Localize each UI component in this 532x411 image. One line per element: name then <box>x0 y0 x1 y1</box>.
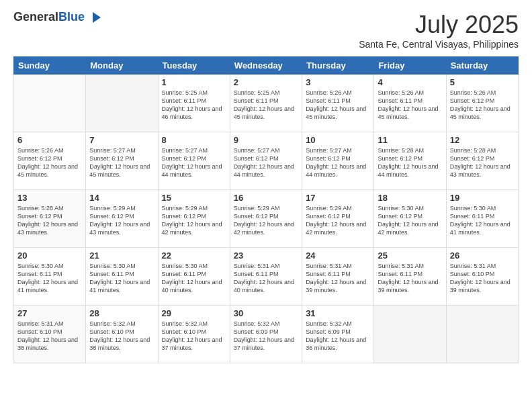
day-number: 4 <box>378 77 442 87</box>
day-cell-6: 6Sunrise: 5:26 AM Sunset: 6:12 PM Daylig… <box>14 132 86 190</box>
day-cell-4: 4Sunrise: 5:26 AM Sunset: 6:11 PM Daylig… <box>374 75 446 132</box>
day-number: 20 <box>17 250 82 261</box>
day-header-thursday: Thursday <box>302 57 374 75</box>
day-number: 14 <box>89 193 154 203</box>
day-cell-2: 2Sunrise: 5:25 AM Sunset: 6:11 PM Daylig… <box>230 75 302 132</box>
day-info: Sunrise: 5:28 AM Sunset: 6:12 PM Dayligh… <box>17 204 82 237</box>
day-info: Sunrise: 5:31 AM Sunset: 6:11 PM Dayligh… <box>234 262 298 295</box>
day-cell-11: 11Sunrise: 5:28 AM Sunset: 6:12 PM Dayli… <box>374 132 446 190</box>
day-number: 24 <box>306 250 370 261</box>
day-number: 26 <box>450 250 515 261</box>
day-header-tuesday: Tuesday <box>158 57 230 75</box>
day-info: Sunrise: 5:32 AM Sunset: 6:09 PM Dayligh… <box>306 320 370 353</box>
day-info: Sunrise: 5:29 AM Sunset: 6:12 PM Dayligh… <box>234 204 298 237</box>
day-number: 10 <box>306 135 370 145</box>
empty-cell <box>14 75 86 132</box>
day-cell-27: 27Sunrise: 5:31 AM Sunset: 6:10 PM Dayli… <box>14 306 86 363</box>
day-number: 23 <box>234 250 298 261</box>
day-info: Sunrise: 5:28 AM Sunset: 6:12 PM Dayligh… <box>450 146 515 179</box>
day-cell-20: 20Sunrise: 5:30 AM Sunset: 6:11 PM Dayli… <box>14 248 86 306</box>
day-number: 27 <box>17 308 82 318</box>
location: Santa Fe, Central Visayas, Philippines <box>359 39 519 50</box>
day-info: Sunrise: 5:29 AM Sunset: 6:12 PM Dayligh… <box>89 204 154 237</box>
day-info: Sunrise: 5:26 AM Sunset: 6:12 PM Dayligh… <box>17 146 82 179</box>
day-info: Sunrise: 5:32 AM Sunset: 6:10 PM Dayligh… <box>89 320 154 353</box>
day-number: 22 <box>162 250 226 261</box>
title-section: July 2025 Santa Fe, Central Visayas, Phi… <box>359 11 519 50</box>
day-number: 7 <box>89 135 154 145</box>
empty-cell <box>86 75 158 132</box>
day-number: 18 <box>378 193 442 203</box>
day-info: Sunrise: 5:31 AM Sunset: 6:11 PM Dayligh… <box>378 262 442 295</box>
day-cell-10: 10Sunrise: 5:27 AM Sunset: 6:12 PM Dayli… <box>302 132 374 190</box>
day-cell-3: 3Sunrise: 5:26 AM Sunset: 6:11 PM Daylig… <box>302 75 374 132</box>
day-info: Sunrise: 5:30 AM Sunset: 6:11 PM Dayligh… <box>17 262 82 295</box>
week-row-3: 13Sunrise: 5:28 AM Sunset: 6:12 PM Dayli… <box>14 190 519 248</box>
day-info: Sunrise: 5:29 AM Sunset: 6:12 PM Dayligh… <box>162 204 226 237</box>
day-cell-23: 23Sunrise: 5:31 AM Sunset: 6:11 PM Dayli… <box>230 248 302 306</box>
day-cell-5: 5Sunrise: 5:26 AM Sunset: 6:12 PM Daylig… <box>446 75 518 132</box>
day-number: 13 <box>17 193 82 203</box>
day-info: Sunrise: 5:27 AM Sunset: 6:12 PM Dayligh… <box>162 146 226 179</box>
logo-triangle-icon <box>87 11 101 24</box>
day-number: 3 <box>306 77 370 87</box>
day-number: 5 <box>450 77 515 87</box>
day-number: 11 <box>378 135 442 145</box>
day-cell-24: 24Sunrise: 5:31 AM Sunset: 6:11 PM Dayli… <box>302 248 374 306</box>
day-header-monday: Monday <box>86 57 158 75</box>
day-info: Sunrise: 5:31 AM Sunset: 6:10 PM Dayligh… <box>450 262 515 295</box>
day-cell-19: 19Sunrise: 5:30 AM Sunset: 6:11 PM Dayli… <box>446 190 518 248</box>
day-cell-28: 28Sunrise: 5:32 AM Sunset: 6:10 PM Dayli… <box>86 306 158 363</box>
day-cell-12: 12Sunrise: 5:28 AM Sunset: 6:12 PM Dayli… <box>446 132 518 190</box>
day-number: 17 <box>306 193 370 203</box>
header: GeneralBlue July 2025 Santa Fe, Central … <box>13 11 519 50</box>
day-cell-21: 21Sunrise: 5:30 AM Sunset: 6:11 PM Dayli… <box>86 248 158 306</box>
day-info: Sunrise: 5:26 AM Sunset: 6:12 PM Dayligh… <box>450 89 515 122</box>
logo-general-text: GeneralBlue <box>13 11 85 24</box>
empty-cell <box>374 306 446 363</box>
day-number: 19 <box>450 193 515 203</box>
day-info: Sunrise: 5:26 AM Sunset: 6:11 PM Dayligh… <box>378 89 442 122</box>
week-row-2: 6Sunrise: 5:26 AM Sunset: 6:12 PM Daylig… <box>14 132 519 190</box>
day-cell-29: 29Sunrise: 5:32 AM Sunset: 6:10 PM Dayli… <box>158 306 230 363</box>
day-cell-25: 25Sunrise: 5:31 AM Sunset: 6:11 PM Dayli… <box>374 248 446 306</box>
day-cell-7: 7Sunrise: 5:27 AM Sunset: 6:12 PM Daylig… <box>86 132 158 190</box>
day-number: 2 <box>234 77 298 87</box>
day-info: Sunrise: 5:27 AM Sunset: 6:12 PM Dayligh… <box>234 146 298 179</box>
day-cell-14: 14Sunrise: 5:29 AM Sunset: 6:12 PM Dayli… <box>86 190 158 248</box>
day-info: Sunrise: 5:30 AM Sunset: 6:11 PM Dayligh… <box>450 204 515 237</box>
day-number: 12 <box>450 135 515 145</box>
day-info: Sunrise: 5:27 AM Sunset: 6:12 PM Dayligh… <box>306 146 370 179</box>
day-number: 1 <box>162 77 226 87</box>
day-header-friday: Friday <box>374 57 446 75</box>
day-info: Sunrise: 5:30 AM Sunset: 6:11 PM Dayligh… <box>89 262 154 295</box>
day-info: Sunrise: 5:28 AM Sunset: 6:12 PM Dayligh… <box>378 146 442 179</box>
day-info: Sunrise: 5:25 AM Sunset: 6:11 PM Dayligh… <box>162 89 226 122</box>
day-info: Sunrise: 5:31 AM Sunset: 6:11 PM Dayligh… <box>306 262 370 295</box>
day-cell-16: 16Sunrise: 5:29 AM Sunset: 6:12 PM Dayli… <box>230 190 302 248</box>
day-number: 8 <box>162 135 226 145</box>
svg-marker-0 <box>93 12 101 23</box>
day-number: 6 <box>17 135 82 145</box>
calendar-table: SundayMondayTuesdayWednesdayThursdayFrid… <box>13 56 519 363</box>
logo: GeneralBlue <box>13 11 101 24</box>
day-number: 15 <box>162 193 226 203</box>
day-cell-31: 31Sunrise: 5:32 AM Sunset: 6:09 PM Dayli… <box>302 306 374 363</box>
day-cell-22: 22Sunrise: 5:30 AM Sunset: 6:11 PM Dayli… <box>158 248 230 306</box>
day-cell-8: 8Sunrise: 5:27 AM Sunset: 6:12 PM Daylig… <box>158 132 230 190</box>
day-header-wednesday: Wednesday <box>230 57 302 75</box>
page: GeneralBlue July 2025 Santa Fe, Central … <box>0 0 532 411</box>
day-info: Sunrise: 5:32 AM Sunset: 6:09 PM Dayligh… <box>234 320 298 353</box>
empty-cell <box>446 306 518 363</box>
day-number: 25 <box>378 250 442 261</box>
week-row-4: 20Sunrise: 5:30 AM Sunset: 6:11 PM Dayli… <box>14 248 519 306</box>
day-info: Sunrise: 5:30 AM Sunset: 6:11 PM Dayligh… <box>162 262 226 295</box>
day-info: Sunrise: 5:29 AM Sunset: 6:12 PM Dayligh… <box>306 204 370 237</box>
day-cell-9: 9Sunrise: 5:27 AM Sunset: 6:12 PM Daylig… <box>230 132 302 190</box>
header-row: SundayMondayTuesdayWednesdayThursdayFrid… <box>14 57 519 75</box>
day-info: Sunrise: 5:25 AM Sunset: 6:11 PM Dayligh… <box>234 89 298 122</box>
day-info: Sunrise: 5:32 AM Sunset: 6:10 PM Dayligh… <box>162 320 226 353</box>
day-info: Sunrise: 5:31 AM Sunset: 6:10 PM Dayligh… <box>17 320 82 353</box>
day-cell-15: 15Sunrise: 5:29 AM Sunset: 6:12 PM Dayli… <box>158 190 230 248</box>
day-info: Sunrise: 5:27 AM Sunset: 6:12 PM Dayligh… <box>89 146 154 179</box>
